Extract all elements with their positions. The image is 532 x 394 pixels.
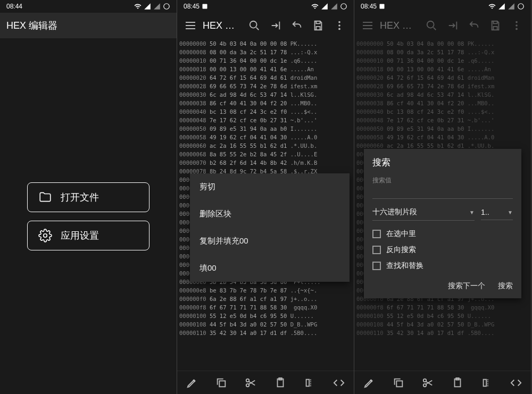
hex-row[interactable]: 00000048 7e 17 62 cf ce 0b 27 31 ~.b'...… [356,116,529,124]
hex-row[interactable]: 00000038 86 cf 40 41 30 04 f2 20 ...MB0.… [179,99,352,107]
hex-row[interactable]: 000000f0 6a 2e 88 6f a1 cf a1 97 j+..o..… [179,295,352,303]
pencil-icon [186,377,198,389]
menu-copy-fill[interactable]: 复制并填充00 [190,228,350,255]
svg-point-6 [338,24,340,27]
hex-row[interactable]: 00000018 00 00 13 00 00 41 41 6e .....An [179,65,352,73]
hex-row[interactable]: 00000100 55 12 e5 0d b4 c6 95 50 U...... [356,312,529,320]
scissors-icon [245,377,256,389]
hex-row[interactable]: 00000040 bc 13 08 cf 24 3c e2 f0 ....$<.… [356,107,529,116]
hex-row[interactable]: 00000030 6c ad 98 4d 6c 53 47 14 l..KlSG… [179,90,352,99]
code-button[interactable] [508,375,524,391]
open-file-label: 打开文件 [61,191,99,204]
hex-row[interactable]: 00000000 50 4b 03 04 0a 00 00 08 PK.....… [356,39,529,48]
goto-button[interactable] [445,18,461,33]
menu-button[interactable] [361,20,375,31]
app-bar: HEX 编... [177,13,354,38]
hex-row[interactable]: 00000040 bc 13 08 cf 24 3c e2 f0 ....$<.… [179,107,352,116]
main-area: 打开文件 应用设置 [0,38,177,394]
copy-button[interactable] [213,375,229,391]
save-button[interactable] [310,18,326,33]
edit-button[interactable] [361,375,377,391]
search-button[interactable] [423,18,439,33]
clock: 08:44 [6,3,22,10]
menu-fill00[interactable]: 填00 [190,255,350,282]
hex-row[interactable]: 00000108 44 5f b4 3d a0 02 57 50 D_B..WP… [179,320,352,329]
menu-button[interactable] [184,20,197,31]
hex-row[interactable]: 00000058 49 19 62 cf 04 41 04 30 .....A.… [356,133,529,141]
hex-row[interactable]: 000000e8 be 83 7b 7e 78 7b 7e 87 ..{~x{~… [179,286,352,295]
svg-point-7 [338,28,340,30]
search-button[interactable] [246,18,262,33]
search-go-button[interactable]: 搜索 [498,281,513,291]
svg-point-19 [516,28,518,30]
hex-row[interactable]: 00000050 09 89 e5 31 94 0a aa b0 I......… [356,124,529,133]
goto-button[interactable] [268,18,284,33]
hex-row[interactable]: 00000100 55 12 e5 0d b4 c6 95 50 U...... [179,312,352,320]
hex-row[interactable]: 00000010 00 71 36 04 00 00 dc 1e .q6....… [356,56,529,65]
hex-row[interactable]: 00000008 08 00 da 3a 2c 51 17 78 ...:-Q.… [179,48,352,56]
hex-row[interactable]: 000000f8 6f 67 71 71 71 88 58 30 gqqq.X0 [356,303,529,312]
svg-rect-20 [396,381,402,387]
signal-icon-2 [153,3,161,10]
search-page-dropdown[interactable]: 1.. ▼ [481,205,513,220]
check-find-replace[interactable]: 查找和替换 [372,258,513,274]
copy-button[interactable] [390,375,406,391]
chevron-down-icon: ▼ [469,209,475,215]
menu-cut[interactable]: 剪切 [190,173,350,200]
search-input[interactable] [372,186,513,199]
overflow-button[interactable] [331,18,347,33]
settings-button[interactable]: 应用设置 [27,221,149,250]
open-file-button[interactable]: 打开文件 [27,182,149,212]
edit-button[interactable] [184,375,200,391]
search-next-button[interactable]: 搜索下一个 [448,281,485,291]
hex-row[interactable]: 00000050 09 89 e5 31 94 0a aa b0 I......… [179,124,352,133]
undo-button[interactable] [466,18,482,33]
goto-icon [447,20,459,31]
save-button[interactable] [487,18,503,33]
hex-row[interactable]: 00000060 ac 2a 16 55 55 b1 62 d1 .*.UU.b… [179,141,352,150]
check-reverse[interactable]: 反向搜索 [372,242,513,258]
hex-row[interactable]: 00000048 7e 17 62 cf ce 0b 27 31 ~.b'...… [179,116,352,124]
wifi-icon [134,3,142,10]
wifi-icon [488,3,496,10]
cut-button[interactable] [420,375,436,391]
paste-button[interactable] [450,375,466,391]
code-button[interactable] [331,375,347,391]
hex-row[interactable]: 00000000 50 4b 03 04 0a 00 00 08 PK.....… [179,39,352,48]
search-type-dropdown[interactable]: 十六进制片段 ▼ [372,204,475,221]
context-menu: 剪切 删除区块 复制并填充00 填00 [190,173,350,282]
save-icon [489,20,501,31]
hex-row[interactable]: 00000030 6c ad 98 4d 6c 53 47 14 l..KlSG… [356,90,529,99]
hex-row[interactable]: 00000108 44 5f b4 3d a0 02 57 50 D_B..WP… [356,320,529,329]
cut-button[interactable] [243,375,259,391]
overflow-button[interactable] [509,18,525,33]
wifi-icon [311,3,319,10]
hex-row[interactable]: 00000070 b2 68 2f 6d 14 4b 8b 42 .h/m.K.… [179,158,352,167]
hex-row[interactable]: 00000110 35 42 30 14 a0 17 d1 df .5B0...… [356,329,529,337]
hex-row[interactable]: 00000028 69 66 65 73 74 2e 78 6d ifest.x… [179,82,352,90]
more-icon [334,20,345,31]
select-button[interactable] [479,375,495,391]
status-bar: 08:45 [354,0,531,13]
hex-row[interactable]: 00000038 86 cf 40 41 30 04 f2 20 ...MB0.… [356,99,529,107]
check-in-selection[interactable]: 在选中里 [372,226,513,242]
select-icon [481,377,493,389]
hex-row[interactable]: 00000008 08 00 da 3a 2c 51 17 78 ...:-Q.… [356,48,529,56]
hex-row[interactable]: 00000028 69 66 65 73 74 2e 78 6d ifest.x… [356,82,529,90]
scissors-icon [422,377,434,389]
select-button[interactable] [302,375,318,391]
hex-row[interactable]: 00000020 64 72 6f 15 64 69 4d 61 droidMa… [356,73,529,82]
menu-delete-block[interactable]: 删除区块 [190,200,350,228]
paste-button[interactable] [272,375,288,391]
hex-row[interactable]: 00000018 00 00 13 00 00 41 41 6e .....An [356,65,529,73]
hex-row[interactable]: 00000020 64 72 6f 15 64 69 4d 61 droidMa… [179,73,352,82]
circle-icon [340,3,347,10]
hex-row[interactable]: 00000010 00 71 36 04 00 00 dc 1e .q6....… [179,56,352,65]
hex-row[interactable]: 00000058 49 19 62 cf 04 41 04 30 .....A.… [179,133,352,141]
hex-row[interactable]: 000000f8 6f 67 71 71 71 88 58 30 gqqq.X0 [179,303,352,312]
svg-point-0 [164,4,170,10]
hex-row[interactable]: 00000068 8a 85 55 2e b2 8a 45 2f ..U....… [179,150,352,158]
undo-button[interactable] [289,18,305,33]
checkbox-icon [372,230,381,238]
hex-row[interactable]: 00000110 35 42 30 14 a0 17 d1 df .5B0...… [179,329,352,337]
